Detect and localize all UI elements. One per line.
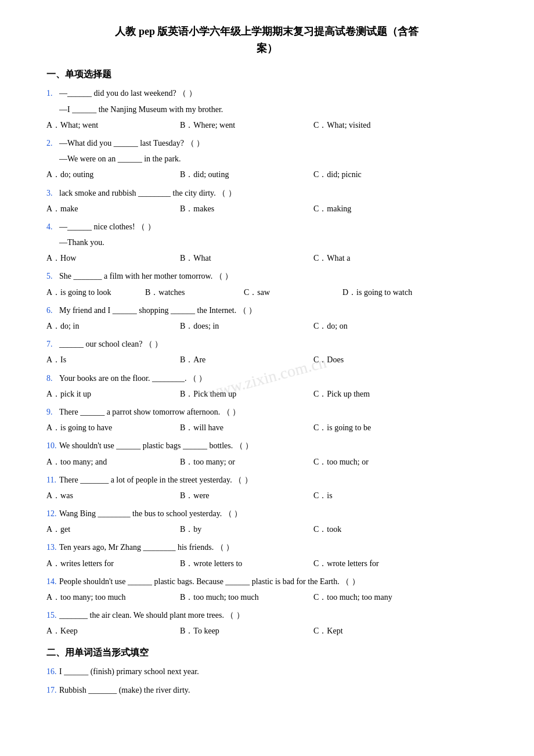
option: A．pick it up bbox=[46, 387, 174, 401]
option: B．To keep bbox=[180, 624, 308, 638]
question-number: 17. bbox=[46, 683, 57, 697]
options-row: A．getB．byC．took bbox=[46, 522, 488, 537]
option: B．Are bbox=[180, 352, 308, 367]
question-number: 8. bbox=[46, 371, 57, 386]
option: C．is bbox=[313, 488, 441, 503]
option: A．How bbox=[46, 251, 174, 265]
options-row: A．do; inB．does; inC．do; on bbox=[46, 319, 488, 333]
option: B．by bbox=[180, 522, 308, 537]
question-line: 6.My friend and I ______ shopping ______… bbox=[46, 303, 488, 318]
question-number: 14. bbox=[46, 574, 57, 589]
option: A．is going to have bbox=[46, 420, 174, 435]
option: A．is going to look bbox=[46, 285, 139, 300]
question-block: 3.lack smoke and rubbish ________ the ci… bbox=[46, 186, 488, 216]
option: C．Does bbox=[313, 352, 441, 367]
option: A．was bbox=[46, 488, 174, 503]
options-row: A．pick it upB．Pick them upC．Pick up them bbox=[46, 387, 488, 401]
option: B．does; in bbox=[180, 319, 308, 333]
question-line: 7.______ our school clean? （ ） bbox=[46, 337, 488, 351]
question-text: —What did you ______ last Tuesday? （ ） bbox=[59, 136, 488, 150]
options-row: A．HowB．WhatC．What a bbox=[46, 251, 488, 265]
option: C．do; on bbox=[313, 319, 441, 333]
section-header: 二、用单词适当形式填空 bbox=[46, 645, 488, 661]
question-block: 11.There _______ a lot of people in the … bbox=[46, 473, 488, 503]
options-row: A．IsB．AreC．Does bbox=[46, 352, 488, 367]
option: A．Keep bbox=[46, 624, 174, 638]
question-text: There ______ a parrot show tomorrow afte… bbox=[59, 405, 488, 419]
question-block: 14.People shouldn't use ______ plastic b… bbox=[46, 574, 488, 604]
option: C．too much; too many bbox=[313, 590, 441, 604]
question-line: —I ______ the Nanjing Museum with my bro… bbox=[46, 102, 488, 117]
question-text: People shouldn't use ______ plastic bags… bbox=[59, 574, 488, 589]
question-line: 15._______ the air clean. We should plan… bbox=[46, 608, 488, 622]
options-row: A．do; outingB．did; outingC．did; picnic bbox=[46, 167, 488, 182]
option: A．writes letters for bbox=[46, 556, 174, 571]
option: B．watches bbox=[145, 285, 238, 300]
question-number: 9. bbox=[46, 405, 57, 419]
question-line: —Thank you. bbox=[46, 235, 488, 250]
question-line: 1.—______ did you do last weekend? （ ） bbox=[46, 86, 488, 100]
option: C．is going to be bbox=[313, 420, 441, 435]
question-block: 10.We shouldn't use ______ plastic bags … bbox=[46, 438, 488, 469]
question-block: 4.—______ nice clothes! （ ）—Thank you.A．… bbox=[46, 219, 488, 266]
section-header: 一、单项选择题 bbox=[46, 66, 488, 83]
question-number: 6. bbox=[46, 303, 57, 318]
page-title: 人教 pep 版英语小学六年级上学期期末复习提高试卷测试题（含答 案） bbox=[46, 23, 488, 57]
option: A．Is bbox=[46, 352, 174, 367]
option: C．took bbox=[313, 522, 441, 537]
question-number: 7. bbox=[46, 337, 57, 351]
question-line: —We were on an ______ in the park. bbox=[46, 152, 488, 166]
option: B．Where; went bbox=[180, 118, 308, 132]
question-text: My friend and I ______ shopping ______ t… bbox=[59, 303, 488, 318]
options-row: A．What; wentB．Where; wentC．What; visited bbox=[46, 118, 488, 132]
options-row: A．wasB．wereC．is bbox=[46, 488, 488, 503]
question-block: 6.My friend and I ______ shopping ______… bbox=[46, 303, 488, 333]
option: B．wrote letters to bbox=[180, 556, 308, 571]
option: B．will have bbox=[180, 420, 308, 435]
options-row: A．too many; too muchB．too much; too much… bbox=[46, 590, 488, 604]
option: A．What; went bbox=[46, 118, 174, 132]
option: B．makes bbox=[180, 201, 308, 216]
option: A．do; in bbox=[46, 319, 174, 333]
question-line: 13.Ten years ago, Mr Zhang ________ his … bbox=[46, 540, 488, 555]
options-row: A．writes letters forB．wrote letters toC．… bbox=[46, 556, 488, 571]
option: C．What a bbox=[313, 251, 441, 265]
option: C．Kept bbox=[313, 624, 441, 638]
option: B．too much; too much bbox=[180, 590, 308, 604]
question-line: 17.Rubbish _______ (make) the river dirt… bbox=[46, 683, 488, 697]
question-line: 16.I ______ (finish) primary school next… bbox=[46, 664, 488, 679]
question-text: —______ nice clothes! （ ） bbox=[59, 219, 488, 234]
question-text: We shouldn't use ______ plastic bags ___… bbox=[59, 438, 488, 453]
option: C．saw bbox=[244, 285, 337, 300]
option: B．What bbox=[180, 251, 308, 265]
question-number: 10. bbox=[46, 438, 57, 453]
question-number: 16. bbox=[46, 664, 57, 679]
question-text: ______ our school clean? （ ） bbox=[59, 337, 488, 351]
option: A．too many; too much bbox=[46, 590, 174, 604]
question-line: 5.She _______ a film with her mother tom… bbox=[46, 269, 488, 283]
question-block: 7.______ our school clean? （ ）A．IsB．AreC… bbox=[46, 337, 488, 367]
question-number: 12. bbox=[46, 506, 57, 521]
question-number: 2. bbox=[46, 136, 57, 150]
question-text: lack smoke and rubbish ________ the city… bbox=[59, 186, 488, 200]
question-text: _______ the air clean. We should plant m… bbox=[59, 608, 488, 622]
question-line: 10.We shouldn't use ______ plastic bags … bbox=[46, 438, 488, 453]
option: B．did; outing bbox=[180, 167, 308, 182]
option: A．too many; and bbox=[46, 455, 174, 469]
options-row: A．is going to lookB．watchesC．sawD．is goi… bbox=[46, 285, 488, 300]
option: C．did; picnic bbox=[313, 167, 441, 182]
question-text: —We were on an ______ in the park. bbox=[59, 152, 488, 166]
question-text: I ______ (finish) primary school next ye… bbox=[59, 664, 488, 679]
question-block: 13.Ten years ago, Mr Zhang ________ his … bbox=[46, 540, 488, 570]
question-line: 11.There _______ a lot of people in the … bbox=[46, 473, 488, 487]
question-block: 1.—______ did you do last weekend? （ ）—I… bbox=[46, 86, 488, 132]
question-text: Wang Bing ________ the bus to school yes… bbox=[59, 506, 488, 521]
question-number: 4. bbox=[46, 219, 57, 234]
question-text: —Thank you. bbox=[59, 235, 488, 250]
option: C．making bbox=[313, 201, 441, 216]
question-line: 12.Wang Bing ________ the bus to school … bbox=[46, 506, 488, 521]
option: B．were bbox=[180, 488, 308, 503]
question-line: 8.Your books are on the floor. ________.… bbox=[46, 371, 488, 386]
question-text: —I ______ the Nanjing Museum with my bro… bbox=[59, 102, 488, 117]
question-block: 5.She _______ a film with her mother tom… bbox=[46, 269, 488, 299]
